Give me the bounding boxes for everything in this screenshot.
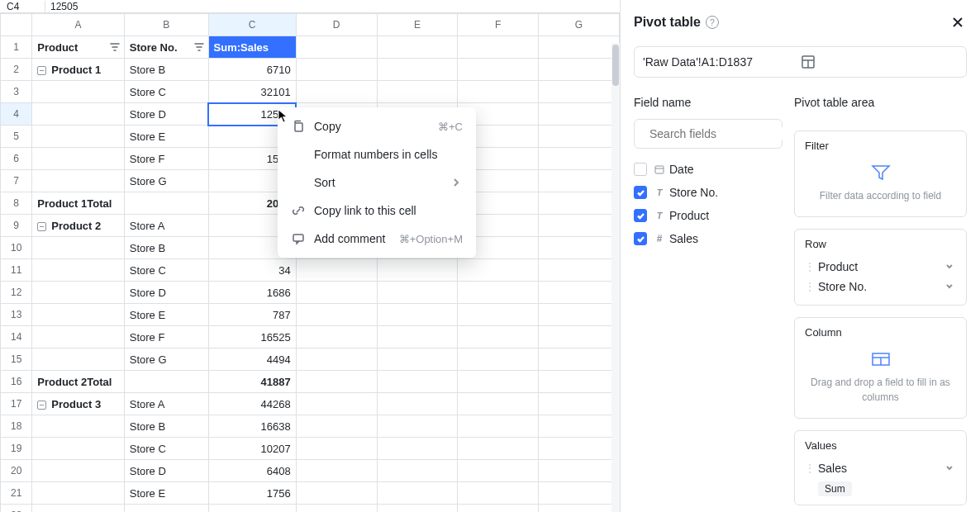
cell-B21[interactable]: Store E	[124, 482, 208, 505]
cell-C3[interactable]: 32101	[208, 81, 296, 103]
cell-C22[interactable]: 190861	[208, 505, 296, 513]
col-header-E[interactable]: E	[377, 14, 458, 36]
cell-B11[interactable]: Store C	[124, 259, 208, 282]
cell-B3[interactable]: Store C	[124, 81, 208, 103]
select-all-corner[interactable]	[1, 14, 32, 36]
cell-C11[interactable]: 34	[208, 259, 296, 282]
cell-A5[interactable]	[32, 126, 124, 148]
cell-B22[interactable]: Store F	[124, 505, 208, 513]
cell-A9[interactable]: Product 2	[32, 215, 124, 237]
cell-C14[interactable]: 16525	[208, 326, 296, 348]
field-search[interactable]	[634, 119, 783, 149]
cell-A12[interactable]	[32, 282, 124, 304]
cell-C16[interactable]: 41887	[208, 371, 296, 393]
field-checkbox[interactable]	[634, 232, 647, 245]
row-header-14[interactable]: 14	[1, 326, 32, 348]
row-header-8[interactable]: 8	[1, 192, 32, 215]
cell-B13[interactable]: Store E	[124, 304, 208, 326]
menu-item-copy[interactable]: Copy ⌘+C	[283, 112, 471, 140]
aggregation-tag[interactable]: Sum	[818, 481, 852, 496]
cell-B17[interactable]: Store A	[124, 393, 208, 415]
cell-A4[interactable]	[32, 103, 124, 126]
cell-A14[interactable]	[32, 326, 124, 348]
row-header-5[interactable]: 5	[1, 126, 32, 148]
header-cell-store[interactable]: Store No.	[124, 36, 208, 59]
data-range-input[interactable]: 'Raw Data'!A1:D1837	[634, 46, 967, 78]
menu-item-sort[interactable]: Sort	[283, 168, 471, 197]
chevron-down-icon[interactable]	[944, 260, 956, 273]
cell-B2[interactable]: Store B	[124, 59, 208, 81]
cell-C17[interactable]: 44268	[208, 393, 296, 415]
row-zone[interactable]: Row ⋮⋮Product⋮⋮Store No.	[794, 229, 967, 306]
row-header-9[interactable]: 9	[1, 215, 32, 237]
row-header-19[interactable]: 19	[1, 438, 32, 460]
grid[interactable]: A B C D E F G 1 Product Store No. Sum:Sa…	[0, 13, 620, 512]
row-header-6[interactable]: 6	[1, 148, 32, 170]
cell-B7[interactable]: Store G	[124, 170, 208, 192]
collapse-icon[interactable]	[37, 222, 46, 231]
cell-B6[interactable]: Store F	[124, 148, 208, 170]
menu-item-format-numbers[interactable]: Format numbers in cells	[283, 140, 471, 168]
cell-B15[interactable]: Store G	[124, 348, 208, 371]
cell-B12[interactable]: Store D	[124, 282, 208, 304]
row-header-3[interactable]: 3	[1, 81, 32, 103]
cell-A6[interactable]	[32, 148, 124, 170]
cell-A20[interactable]	[32, 460, 124, 482]
cell-B8[interactable]	[124, 192, 208, 215]
field-item-date[interactable]: Date	[634, 160, 783, 178]
col-header-G[interactable]: G	[539, 14, 620, 36]
row-zone-item[interactable]: ⋮⋮Store No.	[805, 277, 956, 296]
cell-A22[interactable]	[32, 505, 124, 513]
cell-C20[interactable]: 6408	[208, 460, 296, 482]
cell-A11[interactable]	[32, 259, 124, 282]
row-header-21[interactable]: 21	[1, 482, 32, 505]
filter-zone[interactable]: Filter Filter data according to field	[794, 130, 967, 217]
cell-C21[interactable]: 1756	[208, 482, 296, 505]
cell-A21[interactable]	[32, 482, 124, 505]
row-header-2[interactable]: 2	[1, 59, 32, 81]
cell-C15[interactable]: 4494	[208, 348, 296, 371]
menu-item-add-comment[interactable]: Add comment ⌘+Option+M	[283, 225, 471, 253]
cell-A16[interactable]: Product 2Total	[32, 371, 124, 393]
row-header-13[interactable]: 13	[1, 304, 32, 326]
row-header-18[interactable]: 18	[1, 415, 32, 438]
field-checkbox[interactable]	[634, 209, 647, 222]
cell-B5[interactable]: Store E	[124, 126, 208, 148]
values-zone[interactable]: Values ⋮⋮ Sales Sum	[794, 430, 967, 505]
row-header-17[interactable]: 17	[1, 393, 32, 415]
cell-A3[interactable]	[32, 81, 124, 103]
cell-B9[interactable]: Store A	[124, 215, 208, 237]
cell-C2[interactable]: 6710	[208, 59, 296, 81]
field-search-input[interactable]	[649, 127, 794, 140]
formula-content[interactable]: 12505	[50, 1, 78, 12]
row-header-12[interactable]: 12	[1, 282, 32, 304]
cell-reference[interactable]: C4	[7, 1, 40, 12]
cell-B19[interactable]: Store C	[124, 438, 208, 460]
col-header-C[interactable]: C	[208, 14, 296, 36]
close-button[interactable]	[949, 13, 967, 31]
chevron-down-icon[interactable]	[944, 462, 956, 475]
cell-B16[interactable]	[124, 371, 208, 393]
cell-A8[interactable]: Product 1Total	[32, 192, 124, 215]
col-header-B[interactable]: B	[124, 14, 208, 36]
cell-A13[interactable]	[32, 304, 124, 326]
row-header-1[interactable]: 1	[1, 36, 32, 59]
cell-A7[interactable]	[32, 170, 124, 192]
field-item-store-no-[interactable]: TStore No.	[634, 183, 783, 201]
cell-A19[interactable]	[32, 438, 124, 460]
help-icon[interactable]: ?	[706, 16, 719, 29]
row-header-22[interactable]: 22	[1, 505, 32, 513]
row-header-11[interactable]: 11	[1, 259, 32, 282]
cell-A18[interactable]	[32, 415, 124, 438]
cell-B4[interactable]: Store D	[124, 103, 208, 126]
cell-C13[interactable]: 787	[208, 304, 296, 326]
cell-A2[interactable]: Product 1	[32, 59, 124, 81]
range-select-icon[interactable]	[801, 55, 959, 69]
cell-B10[interactable]: Store B	[124, 237, 208, 259]
field-item-product[interactable]: TProduct	[634, 206, 783, 225]
cell-A17[interactable]: Product 3	[32, 393, 124, 415]
values-zone-item[interactable]: ⋮⋮ Sales	[805, 458, 956, 478]
chevron-down-icon[interactable]	[944, 280, 956, 293]
drag-handle-icon[interactable]: ⋮⋮	[805, 462, 813, 474]
header-cell-product[interactable]: Product	[32, 36, 124, 59]
